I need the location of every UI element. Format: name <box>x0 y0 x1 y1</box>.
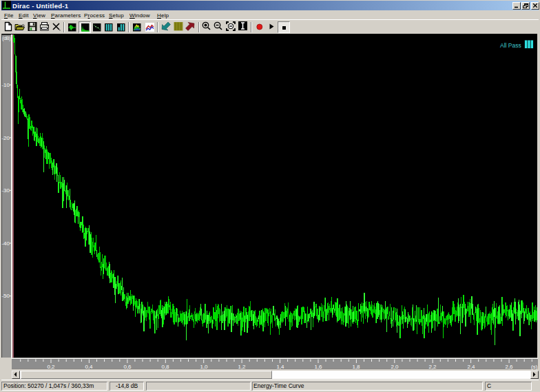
svg-text:(dB): (dB) <box>2 36 10 41</box>
svg-text:0,8: 0,8 <box>161 364 169 370</box>
svg-text:0,6: 0,6 <box>123 364 132 370</box>
svg-text:1,4: 1,4 <box>276 364 284 370</box>
svg-text:-40: -40 <box>1 240 10 247</box>
svg-text:2,4: 2,4 <box>467 364 475 370</box>
svg-text:1,2: 1,2 <box>238 364 246 370</box>
svg-text:-10: -10 <box>1 82 10 88</box>
svg-text:2,6: 2,6 <box>505 364 513 370</box>
svg-text:1,8: 1,8 <box>352 364 360 370</box>
svg-text:0,2: 0,2 <box>47 364 55 370</box>
svg-text:0,4: 0,4 <box>85 364 93 370</box>
svg-text:1,0: 1,0 <box>200 364 208 370</box>
svg-text:-20: -20 <box>1 135 10 141</box>
svg-text:(s): (s) <box>531 364 538 370</box>
svg-text:-50: -50 <box>1 293 10 299</box>
svg-text:All Pass: All Pass <box>500 42 521 49</box>
svg-text:2,0: 2,0 <box>391 364 399 370</box>
svg-text:-30: -30 <box>1 187 10 194</box>
svg-text:2,2: 2,2 <box>428 364 437 370</box>
svg-text:1,6: 1,6 <box>314 364 322 370</box>
